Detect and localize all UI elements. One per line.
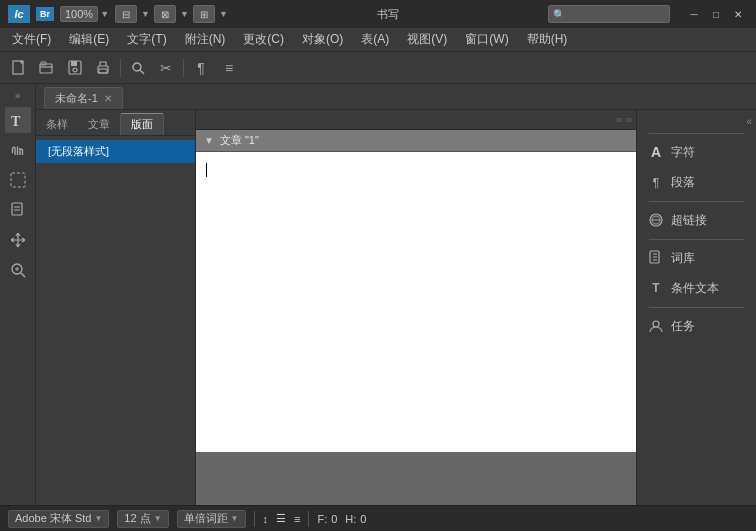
close-button[interactable]: ✕: [728, 7, 748, 21]
style-item-none[interactable]: [无段落样式]: [36, 140, 195, 163]
style-panel: 条样 文章 版面 [无段落样式]: [36, 110, 196, 505]
font-family-arrow: ▼: [94, 514, 102, 523]
doc-tab-close[interactable]: ✕: [104, 93, 112, 104]
chapter-arrow[interactable]: ▼: [204, 135, 214, 146]
font-size-dropdown[interactable]: 12 点 ▼: [117, 510, 168, 528]
panel-item-dictionary[interactable]: 词库: [637, 243, 756, 273]
font-size-value: 12 点: [124, 511, 150, 526]
zoom-dropdown-arrow[interactable]: ▼: [100, 9, 109, 19]
content-area: ○ ○ ▼ 文章 "1": [196, 110, 636, 505]
doc-area[interactable]: ▼ 文章 "1": [196, 130, 636, 505]
menu-text[interactable]: 文字(T): [119, 29, 174, 50]
svg-rect-14: [11, 173, 25, 187]
tab-style[interactable]: 条样: [36, 113, 78, 135]
tab-layout[interactable]: 版面: [120, 113, 164, 135]
menu-view[interactable]: 视图(V): [399, 29, 455, 50]
menu-table[interactable]: 表(A): [353, 29, 397, 50]
status-icon-1[interactable]: ↕: [263, 513, 269, 525]
layout-icon-3-arrow[interactable]: ▼: [219, 9, 228, 19]
layout-icon-1-arrow[interactable]: ▼: [141, 9, 150, 19]
open-button[interactable]: [36, 57, 58, 79]
panel-item-paragraph[interactable]: ¶ 段落: [637, 167, 756, 197]
left-toolbar: » T: [0, 84, 36, 505]
status-h: H: 0: [345, 513, 366, 525]
dictionary-icon: [647, 249, 665, 267]
paragraph-label: 段落: [671, 174, 695, 191]
hand-tool[interactable]: [5, 137, 31, 163]
search-input[interactable]: [565, 5, 665, 23]
justify-icon: ≡: [294, 513, 300, 525]
svg-rect-15: [12, 203, 22, 215]
svg-rect-7: [71, 61, 77, 66]
panel-item-hyperlink[interactable]: 超链接: [637, 205, 756, 235]
menu-help[interactable]: 帮助(H): [519, 29, 576, 50]
menu-file[interactable]: 文件(F): [4, 29, 59, 50]
maximize-button[interactable]: □: [706, 7, 726, 21]
spacing-icon: ↕: [263, 513, 269, 525]
status-sep-2: [308, 511, 309, 527]
status-icon-2[interactable]: ☰: [276, 512, 286, 525]
right-panel-divider-3: [637, 235, 756, 243]
line-spacing-dropdown[interactable]: 单倍词距 ▼: [177, 510, 246, 528]
doc-tab[interactable]: 未命名-1 ✕: [44, 87, 123, 109]
note-tool[interactable]: [5, 197, 31, 223]
panel-item-character[interactable]: A 字符: [637, 137, 756, 167]
text-cursor: [206, 163, 207, 177]
svg-line-12: [140, 70, 144, 74]
menu-object[interactable]: 对象(O): [294, 29, 351, 50]
zoom-value[interactable]: 100%: [60, 6, 98, 22]
br-badge[interactable]: Br: [36, 7, 54, 21]
inner-panels: 条样 文章 版面 [无段落样式] ○ ○: [36, 110, 756, 505]
menu-note[interactable]: 附注(N): [177, 29, 234, 50]
ruler-icon-1[interactable]: ○: [616, 114, 622, 125]
move-tool[interactable]: [5, 227, 31, 253]
print-button[interactable]: [92, 57, 114, 79]
save-button[interactable]: [64, 57, 86, 79]
dictionary-label: 词库: [671, 250, 695, 267]
layout-icon-2-arrow[interactable]: ▼: [180, 9, 189, 19]
right-panel-divider-2: [637, 197, 756, 205]
line-spacing-arrow: ▼: [231, 514, 239, 523]
right-panel-collapse[interactable]: «: [637, 114, 756, 129]
text-tool[interactable]: T: [5, 107, 31, 133]
left-toolbar-collapse[interactable]: »: [13, 88, 23, 103]
paragraph-button[interactable]: ¶: [190, 57, 212, 79]
font-family-dropdown[interactable]: Adobe 宋体 Std ▼: [8, 510, 109, 528]
panel-item-conditional-text[interactable]: T 条件文本: [637, 273, 756, 303]
scissors-button[interactable]: ✂: [155, 57, 177, 79]
layout-icon-2[interactable]: ⊠: [154, 5, 176, 23]
status-icon-3[interactable]: ≡: [294, 513, 300, 525]
svg-line-19: [21, 273, 25, 277]
chapter-header: ▼ 文章 "1": [196, 130, 636, 152]
ruler-icons: ○ ○: [616, 114, 632, 125]
conditional-text-label: 条件文本: [671, 280, 719, 297]
tab-article[interactable]: 文章: [78, 113, 120, 135]
menu-change[interactable]: 更改(C): [235, 29, 292, 50]
doc-content[interactable]: [196, 152, 636, 452]
menu-window[interactable]: 窗口(W): [457, 29, 516, 50]
find-button[interactable]: [127, 57, 149, 79]
layout-icon-3[interactable]: ⊞: [193, 5, 215, 23]
panel-item-task[interactable]: 任务: [637, 311, 756, 341]
minimize-button[interactable]: ─: [684, 7, 704, 21]
tab-row: 未命名-1 ✕: [36, 84, 756, 110]
task-label: 任务: [671, 318, 695, 335]
h-value: 0: [360, 513, 366, 525]
right-panel-divider-4: [637, 303, 756, 311]
main-area: » T 未命名-1 ✕: [0, 84, 756, 505]
new-doc-button[interactable]: [8, 57, 30, 79]
menu-button[interactable]: ≡: [218, 57, 240, 79]
hyperlink-icon: [647, 211, 665, 229]
toolbar-separator-2: [183, 59, 184, 77]
conditional-text-icon: T: [647, 279, 665, 297]
window-controls: ─ □ ✕: [684, 7, 748, 21]
select-tool[interactable]: [5, 167, 31, 193]
menubar: 文件(F) 编辑(E) 文字(T) 附注(N) 更改(C) 对象(O) 表(A)…: [0, 28, 756, 52]
ruler-icon-2[interactable]: ○: [626, 114, 632, 125]
zoom-tool[interactable]: [5, 257, 31, 283]
layout-icon-1[interactable]: ⊟: [115, 5, 137, 23]
search-icon: 🔍: [553, 9, 565, 20]
status-sep-1: [254, 511, 255, 527]
right-panel: « A 字符 ¶ 段落 超链接: [636, 110, 756, 505]
menu-edit[interactable]: 编辑(E): [61, 29, 117, 50]
